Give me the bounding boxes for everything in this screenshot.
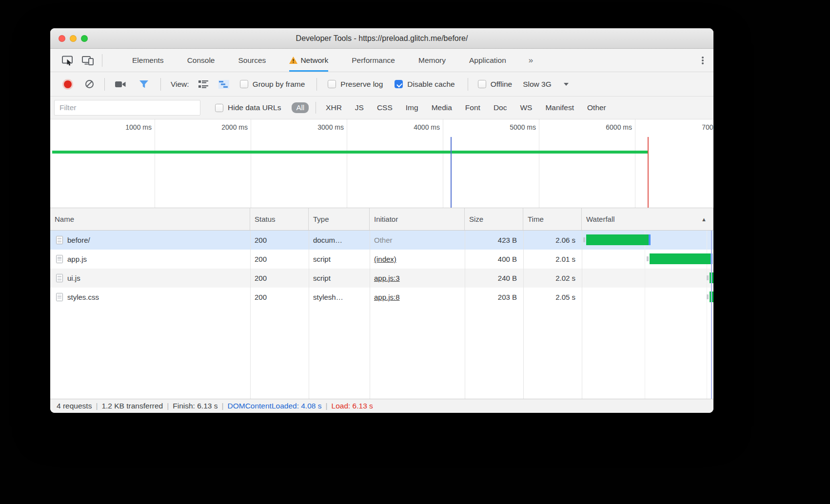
filter-type-all[interactable]: All — [292, 102, 309, 113]
clear-button[interactable] — [85, 80, 94, 88]
checkbox-unchecked[interactable] — [328, 80, 336, 88]
hide-data-urls-checkbox[interactable]: Hide data URLs — [215, 103, 281, 112]
column-header-waterfall[interactable]: Waterfall — [582, 208, 713, 230]
devtools-menu-icon[interactable] — [702, 57, 704, 58]
devtools-tab-bar: Elements Console Sources Network Perform… — [50, 49, 713, 72]
toolbar-divider — [102, 54, 102, 67]
request-type: docum… — [309, 231, 370, 250]
column-header-type[interactable]: Type — [309, 208, 370, 230]
request-initiator-link[interactable]: app.js:8 — [374, 293, 400, 301]
more-tabs-chevron[interactable]: » — [529, 49, 533, 72]
request-size: 240 B — [465, 269, 523, 288]
use-large-rows-icon[interactable] — [198, 80, 209, 89]
request-initiator-link[interactable]: app.js:3 — [374, 274, 400, 282]
request-name: before/ — [67, 231, 90, 250]
request-size: 423 B — [465, 231, 523, 250]
table-row[interactable]: ui.js 200 script app.js:3 240 B 2.02 s — [50, 269, 713, 288]
document-icon — [56, 293, 63, 301]
request-name: styles.css — [67, 288, 99, 307]
load-time: Load: 6.13 s — [332, 402, 373, 410]
filter-type-img[interactable]: Img — [406, 103, 418, 112]
request-name: ui.js — [67, 269, 80, 288]
filter-type-xhr[interactable]: XHR — [326, 103, 342, 112]
column-header-time[interactable]: Time — [523, 208, 582, 230]
tick-label: 7000 ms — [695, 123, 713, 131]
tab-console[interactable]: Console — [187, 49, 215, 72]
request-name: app.js — [67, 250, 87, 269]
group-by-frame-checkbox[interactable]: Group by frame — [240, 80, 305, 89]
checkbox-checked[interactable] — [395, 80, 403, 88]
request-size: 203 B — [465, 288, 523, 307]
throttling-select[interactable]: Slow 3G — [523, 80, 569, 89]
network-toolbar: View: Group by frame Preserve log Disabl… — [50, 72, 713, 97]
network-overview[interactable]: 1000 ms 2000 ms 3000 ms 4000 ms 5000 ms … — [50, 119, 713, 208]
filter-type-css[interactable]: CSS — [377, 103, 393, 112]
tab-memory[interactable]: Memory — [418, 49, 446, 72]
request-status: 200 — [250, 288, 309, 307]
show-overview-icon[interactable] — [218, 80, 229, 89]
load-event-marker — [648, 137, 649, 208]
request-type: stylesh… — [309, 288, 370, 307]
filter-type-doc[interactable]: Doc — [494, 103, 507, 112]
title-bar: Developer Tools - https://preload.glitch… — [50, 28, 713, 49]
window-title: Developer Tools - https://preload.glitch… — [296, 34, 468, 43]
view-label: View: — [171, 80, 189, 89]
overview-activity-bar — [52, 151, 648, 154]
column-header-name[interactable]: Name — [50, 208, 250, 230]
sort-arrow-icon: ▲ — [701, 216, 707, 222]
request-time: 2.02 s — [523, 269, 582, 288]
filter-type-ws[interactable]: WS — [520, 103, 532, 112]
filter-type-manifest[interactable]: Manifest — [545, 103, 574, 112]
table-row[interactable]: app.js 200 script (index) 400 B 2.01 s — [50, 250, 713, 269]
tab-performance[interactable]: Performance — [352, 49, 395, 72]
filter-funnel-icon[interactable] — [139, 80, 149, 89]
table-row[interactable]: before/ 200 docum… Other 423 B 2.06 s — [50, 231, 713, 250]
checkbox-unchecked[interactable] — [215, 104, 223, 112]
requests-count: 4 requests — [57, 402, 92, 410]
request-initiator-link[interactable]: (index) — [374, 255, 396, 263]
document-icon — [56, 236, 63, 244]
record-button[interactable] — [64, 80, 72, 88]
request-time: 2.05 s — [523, 288, 582, 307]
close-button[interactable] — [59, 35, 65, 42]
disable-cache-checkbox[interactable]: Disable cache — [395, 80, 455, 89]
transferred-size: 1.2 KB transferred — [101, 402, 163, 410]
filter-type-other[interactable]: Other — [587, 103, 606, 112]
request-type: script — [309, 269, 370, 288]
column-header-initiator[interactable]: Initiator — [370, 208, 465, 230]
tab-network[interactable]: Network — [289, 49, 328, 72]
warning-icon — [289, 57, 297, 64]
filter-type-js[interactable]: JS — [355, 103, 364, 112]
filter-type-media[interactable]: Media — [432, 103, 452, 112]
request-type: script — [309, 250, 370, 269]
waterfall-bar — [650, 253, 711, 264]
request-time: 2.06 s — [523, 231, 582, 250]
filter-type-font[interactable]: Font — [465, 103, 480, 112]
capture-screenshots-icon[interactable] — [115, 80, 126, 89]
request-table-header: Name Status Type Initiator Size Time Wat… — [50, 208, 713, 231]
checkbox-unchecked[interactable] — [478, 80, 486, 88]
request-status: 200 — [250, 231, 309, 250]
request-size: 400 B — [465, 250, 523, 269]
tick-label: 6000 ms — [599, 123, 632, 131]
chevron-down-icon — [564, 83, 569, 86]
tab-elements[interactable]: Elements — [132, 49, 164, 72]
preserve-log-checkbox[interactable]: Preserve log — [328, 80, 383, 89]
column-header-status[interactable]: Status — [250, 208, 309, 230]
checkbox-unchecked[interactable] — [240, 80, 248, 88]
column-header-size[interactable]: Size — [465, 208, 523, 230]
tab-sources[interactable]: Sources — [238, 49, 266, 72]
offline-checkbox[interactable]: Offline — [478, 80, 513, 89]
tick-label: 3000 ms — [311, 123, 344, 131]
minimize-button[interactable] — [70, 35, 77, 42]
filter-input[interactable] — [54, 100, 200, 116]
tick-label: 2000 ms — [215, 123, 248, 131]
request-table-body: before/ 200 docum… Other 423 B 2.06 s ap… — [50, 231, 713, 399]
finish-time: Finish: 6.13 s — [173, 402, 217, 410]
inspect-element-icon[interactable] — [61, 54, 74, 67]
device-toolbar-icon[interactable] — [81, 54, 94, 67]
zoom-button[interactable] — [81, 35, 88, 42]
tab-application[interactable]: Application — [469, 49, 506, 72]
table-row[interactable]: styles.css 200 stylesh… app.js:8 203 B 2… — [50, 288, 713, 307]
request-status: 200 — [250, 250, 309, 269]
